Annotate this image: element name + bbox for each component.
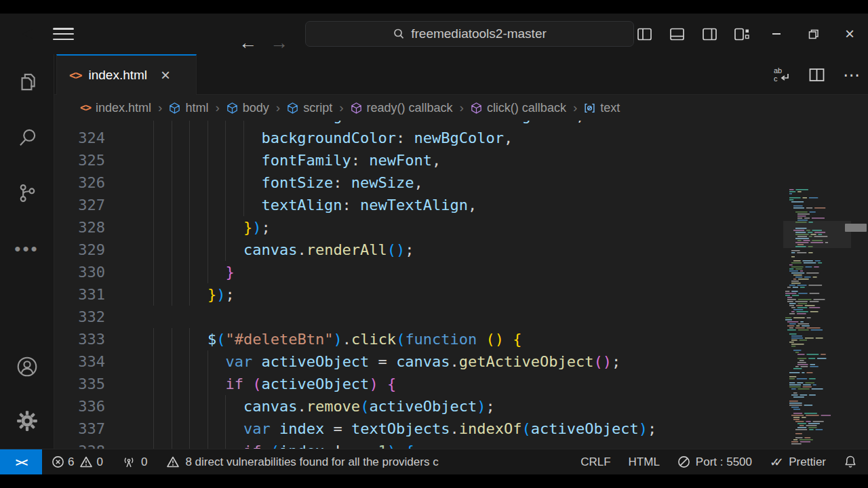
line-number: 327 <box>54 194 105 216</box>
window-minimize-button[interactable] <box>766 24 787 44</box>
code-lines: 323textBackgroundColor: newTextBgColor,3… <box>54 121 780 449</box>
line-number: 330 <box>54 261 105 283</box>
eol-indicator[interactable]: CRLF <box>580 455 610 469</box>
code-line-326: 326fontSize: newSize, <box>54 171 780 194</box>
code-line-333: 333$("#deleteBtn").click(function () { <box>54 328 780 350</box>
toggle-sidebar-icon[interactable] <box>636 26 652 42</box>
code-text: if (index !== -1) { <box>136 440 414 449</box>
tab-label: index.html <box>88 68 147 83</box>
code-line-328: 328}); <box>54 216 780 239</box>
window-close-button[interactable]: × <box>840 24 860 44</box>
breadcrumb-separator: › <box>214 100 220 115</box>
search-sidebar-icon[interactable] <box>16 126 39 149</box>
tab-close-icon[interactable]: × <box>161 67 170 83</box>
breadcrumb: <>index.html›html›body›script›ready() ca… <box>54 95 868 121</box>
error-circle-icon <box>52 455 64 468</box>
line-number: 323 <box>54 121 105 127</box>
titlebar-controls: × <box>636 14 868 54</box>
breadcrumb-label: ready() callback <box>367 101 453 115</box>
code-editor[interactable]: 323textBackgroundColor: newTextBgColor,3… <box>54 121 868 449</box>
breadcrumb-separator: › <box>338 100 344 115</box>
more-actions-icon[interactable]: ⋯ <box>843 70 860 79</box>
code-text: var activeObject = canvas.getActiveObjec… <box>136 350 620 373</box>
line-number: 337 <box>54 418 105 440</box>
settings-gear-icon[interactable] <box>16 409 39 432</box>
word-wrap-icon[interactable]: ab c <box>772 66 791 83</box>
breadcrumb-item-index-html[interactable]: <>index.html <box>80 101 151 115</box>
line-number: 328 <box>54 216 105 239</box>
symbol-cube-icon <box>287 102 298 114</box>
nav-forward-button[interactable]: → <box>270 34 288 52</box>
more-views-icon[interactable]: ••• <box>16 237 39 260</box>
accounts-icon[interactable] <box>16 355 39 378</box>
live-server-port[interactable]: Port : 5500 <box>677 455 752 469</box>
split-editor-icon[interactable] <box>808 66 825 83</box>
error-count: 6 <box>68 455 74 469</box>
customize-layout-icon[interactable] <box>734 26 750 42</box>
menu-hamburger-icon[interactable] <box>53 28 74 40</box>
toggle-panel-icon[interactable] <box>669 26 685 42</box>
ports-status[interactable]: 0 <box>122 455 147 469</box>
language-mode[interactable]: HTML <box>629 455 660 469</box>
formatter-label: Prettier <box>789 455 826 469</box>
breadcrumb-separator: › <box>275 100 281 115</box>
code-line-329: 329canvas.renderAll(); <box>54 239 780 261</box>
explorer-icon[interactable] <box>16 70 39 94</box>
line-number: 332 <box>54 306 105 328</box>
code-line-330: 330} <box>54 261 780 283</box>
code-line-331: 331}); <box>54 283 780 306</box>
nav-back-button[interactable]: ← <box>239 34 257 52</box>
breadcrumb-item-html[interactable]: html <box>169 101 208 115</box>
line-number: 326 <box>54 171 105 194</box>
code-line-334: 334var activeObject = canvas.getActiveOb… <box>54 350 780 373</box>
toggle-secondary-sidebar-icon[interactable] <box>701 26 717 42</box>
html-file-icon: <> <box>69 68 81 82</box>
code-text: canvas.remove(activeObject); <box>136 395 495 418</box>
warning-triangle-icon <box>166 455 180 468</box>
breadcrumb-item-text[interactable]: text <box>584 101 620 115</box>
line-number: 338 <box>54 440 105 449</box>
line-number: 329 <box>54 239 105 261</box>
line-number: 335 <box>54 373 105 395</box>
symbol-cube-icon <box>351 102 362 114</box>
minimap-slider[interactable] <box>783 221 851 248</box>
source-control-icon[interactable] <box>16 182 39 205</box>
circle-slash-icon <box>677 455 690 468</box>
remote-indicator[interactable]: >< <box>0 449 42 475</box>
notifications-bell[interactable] <box>844 455 857 469</box>
breadcrumb-item-body[interactable]: body <box>226 101 269 115</box>
status-bar: >< 6 0 0 8 dire <box>0 449 868 474</box>
command-center-search[interactable]: freemediatools2-master <box>305 21 634 47</box>
ports-count: 0 <box>141 455 147 469</box>
code-text: } <box>136 261 235 283</box>
window-restore-button[interactable] <box>803 24 823 44</box>
line-number: 336 <box>54 395 105 418</box>
line-number: 324 <box>54 127 105 149</box>
letterbox-top <box>0 0 868 14</box>
code-text: var index = textObjects.indexOf(activeOb… <box>136 418 656 440</box>
vscode-window: ← → freemediatools2-master <box>0 0 868 488</box>
breadcrumb-item-ready-callback[interactable]: ready() callback <box>351 101 453 115</box>
code-text: }); <box>136 283 235 306</box>
radio-tower-icon <box>122 455 136 469</box>
breadcrumb-item-script[interactable]: script <box>287 101 332 115</box>
code-text: backgroundColor: newBgColor, <box>136 127 513 149</box>
breadcrumb-separator: › <box>157 100 163 115</box>
breadcrumb-item-click-callback[interactable]: click() callback <box>471 101 566 115</box>
line-number: 325 <box>54 149 105 171</box>
code-line-324: 324backgroundColor: newBgColor, <box>54 127 780 149</box>
code-line-327: 327textAlign: newTextAlign, <box>54 194 780 216</box>
activity-bar: ••• <box>0 54 54 449</box>
scrollbar-thumb[interactable] <box>845 224 867 232</box>
problems-status[interactable]: 6 0 <box>52 455 103 469</box>
bell-icon <box>844 455 857 469</box>
code-html-icon: <> <box>80 102 91 114</box>
symbol-field-icon <box>584 102 595 114</box>
tab-index-html[interactable]: <> index.html × <box>56 54 197 95</box>
code-text: }); <box>136 216 271 239</box>
breadcrumb-separator: › <box>459 100 465 115</box>
vulnerability-status[interactable]: 8 direct vulnerabilities found for all t… <box>166 455 438 469</box>
formatter-status[interactable]: ✓✓ Prettier <box>770 455 826 470</box>
code-line-338: 338if (index !== -1) { <box>54 440 780 449</box>
code-text: $("#deleteBtn").click(function () { <box>136 328 522 350</box>
